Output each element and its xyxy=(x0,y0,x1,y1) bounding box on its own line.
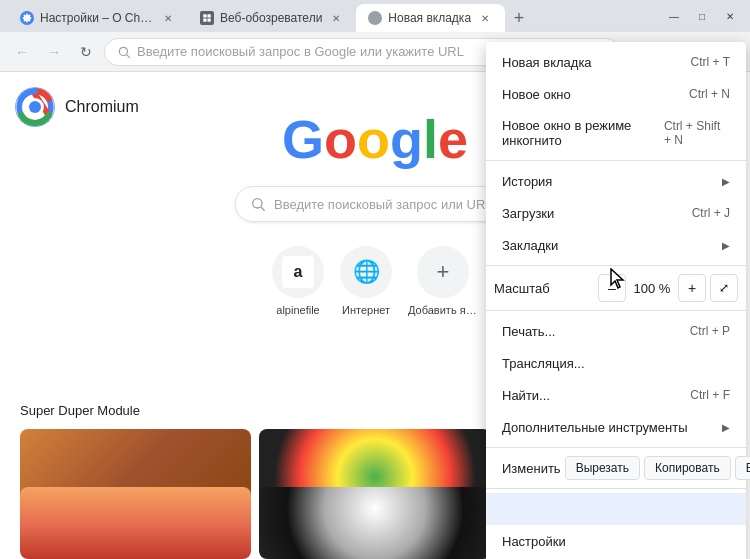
shortcut-alpinefile[interactable]: a alpinefile xyxy=(272,246,324,316)
zoom-plus-button[interactable]: + xyxy=(678,274,706,302)
svg-point-14 xyxy=(253,199,262,208)
shortcut-add-icon: + xyxy=(417,246,469,298)
shortcut-add-label: Добавить яр... xyxy=(408,304,478,316)
menu-translate[interactable]: Трансляция... xyxy=(486,347,746,379)
tab3-close[interactable]: ✕ xyxy=(477,10,493,26)
menu-new-tab-shortcut: Ctrl + T xyxy=(691,55,730,69)
close-button[interactable]: ✕ xyxy=(718,4,742,28)
menu-translate-label: Трансляция... xyxy=(502,356,585,371)
refresh-button[interactable]: ↻ xyxy=(72,38,100,66)
svg-line-6 xyxy=(127,54,130,57)
zoom-fullscreen-button[interactable]: ⤢ xyxy=(710,274,738,302)
edit-row: Изменить Вырезать Копировать Вставить xyxy=(486,452,746,484)
chromium-label: Chromium xyxy=(65,98,139,116)
svg-line-15 xyxy=(261,207,265,211)
svg-rect-4 xyxy=(207,18,210,21)
menu-find[interactable]: Найти... Ctrl + F xyxy=(486,379,746,411)
menu-downloads[interactable]: Загрузки Ctrl + J xyxy=(486,197,746,229)
shortcut-alpinefile-label: alpinefile xyxy=(276,304,319,316)
bottom-card-2[interactable] xyxy=(259,487,490,559)
zoom-value: 100 % xyxy=(630,281,674,296)
menu-about[interactable]: Настройки xyxy=(486,525,746,557)
menu-incognito[interactable]: Новое окно в режиме инкогнито Ctrl + Shi… xyxy=(486,110,746,156)
svg-rect-3 xyxy=(203,18,206,21)
new-tab-button[interactable]: + xyxy=(505,4,533,32)
chromium-logo xyxy=(15,87,55,127)
menu-print-label: Печать... xyxy=(502,324,555,339)
tab-browser[interactable]: Веб-обозреватели ✕ xyxy=(188,4,356,32)
google-o2: o xyxy=(357,112,390,166)
svg-rect-2 xyxy=(207,14,210,17)
shortcut-internet[interactable]: 🌐 Интернет xyxy=(340,246,392,316)
google-g2: g xyxy=(390,112,423,166)
tab1-close[interactable]: ✕ xyxy=(160,10,176,26)
zoom-minus-button[interactable]: – xyxy=(598,274,626,302)
menu-new-window[interactable]: Новое окно Ctrl + N xyxy=(486,78,746,110)
tab3-favicon xyxy=(368,11,382,25)
tab2-favicon xyxy=(200,11,214,25)
cut-button[interactable]: Вырезать xyxy=(565,456,640,480)
maximize-button[interactable]: □ xyxy=(690,4,714,28)
svg-point-5 xyxy=(119,47,127,55)
menu-bookmarks[interactable]: Закладки ▶ xyxy=(486,229,746,261)
paste-button[interactable]: Вставить xyxy=(735,456,750,480)
menu-downloads-label: Загрузки xyxy=(502,206,554,221)
bottom-card-1[interactable] xyxy=(20,487,251,559)
shortcut-add[interactable]: + Добавить яр... xyxy=(408,246,478,316)
google-logo: G o o g l e xyxy=(282,112,468,166)
tabs-container: Настройки – О Chromium ✕ Веб-обозревател… xyxy=(8,0,662,32)
shortcuts-row: a alpinefile 🌐 Интернет + Добавить яр... xyxy=(272,246,478,316)
google-e: e xyxy=(438,112,468,166)
tab1-title: Настройки – О Chromium xyxy=(40,11,154,25)
divider-1 xyxy=(486,160,746,161)
edit-label: Изменить xyxy=(494,461,561,476)
module-title: Super Duper Module xyxy=(20,403,140,418)
tab-new[interactable]: Новая вкладка ✕ xyxy=(356,4,505,32)
search-icon xyxy=(117,45,131,59)
copy-button[interactable]: Копировать xyxy=(644,456,731,480)
chromium-header: Chromium xyxy=(15,87,139,127)
menu-bookmarks-arrow: ▶ xyxy=(722,240,730,251)
menu-new-window-label: Новое окно xyxy=(502,87,571,102)
divider-4 xyxy=(486,447,746,448)
menu-history[interactable]: История ▶ xyxy=(486,165,746,197)
menu-new-tab-label: Новая вкладка xyxy=(502,55,592,70)
menu-more-tools[interactable]: Дополнительные инструменты ▶ xyxy=(486,411,746,443)
back-button[interactable]: ← xyxy=(8,38,36,66)
menu-print-shortcut: Ctrl + P xyxy=(690,324,730,338)
divider-5 xyxy=(486,488,746,489)
shortcut-internet-icon: 🌐 xyxy=(340,246,392,298)
shortcut-alpinefile-icon: a xyxy=(272,246,324,298)
minimize-button[interactable]: — xyxy=(662,4,686,28)
tab1-favicon xyxy=(20,11,34,25)
search-box-placeholder: Введите поисковый запрос или URL xyxy=(274,197,493,212)
tab2-close[interactable]: ✕ xyxy=(328,10,344,26)
menu-about-label: Настройки xyxy=(502,534,566,549)
google-l: l xyxy=(423,112,438,166)
search-box[interactable]: Введите поисковый запрос или URL xyxy=(235,186,515,222)
tab3-title: Новая вкладка xyxy=(388,11,471,25)
divider-2 xyxy=(486,265,746,266)
zoom-row: Масштаб – 100 % + ⤢ xyxy=(486,270,746,306)
menu-downloads-shortcut: Ctrl + J xyxy=(692,206,730,220)
forward-button[interactable]: → xyxy=(40,38,68,66)
menu-bookmarks-label: Закладки xyxy=(502,238,558,253)
dropdown-menu: Новая вкладка Ctrl + T Новое окно Ctrl +… xyxy=(486,42,746,559)
google-o1: o xyxy=(324,112,357,166)
shortcut-internet-label: Интернет xyxy=(342,304,390,316)
address-text: Введите поисковый запрос в Google или ук… xyxy=(137,44,464,59)
window-controls: — □ ✕ xyxy=(662,4,742,28)
menu-more-tools-arrow: ▶ xyxy=(722,422,730,433)
tab-settings[interactable]: Настройки – О Chromium ✕ xyxy=(8,4,188,32)
menu-settings[interactable] xyxy=(486,493,746,525)
menu-new-tab[interactable]: Новая вкладка Ctrl + T xyxy=(486,46,746,78)
google-g: G xyxy=(282,112,324,166)
title-bar: Настройки – О Chromium ✕ Веб-обозревател… xyxy=(0,0,750,32)
menu-print[interactable]: Печать... Ctrl + P xyxy=(486,315,746,347)
menu-more-tools-label: Дополнительные инструменты xyxy=(502,420,688,435)
divider-3 xyxy=(486,310,746,311)
menu-new-window-shortcut: Ctrl + N xyxy=(689,87,730,101)
menu-history-label: История xyxy=(502,174,552,189)
tab2-title: Веб-обозреватели xyxy=(220,11,322,25)
menu-find-label: Найти... xyxy=(502,388,550,403)
